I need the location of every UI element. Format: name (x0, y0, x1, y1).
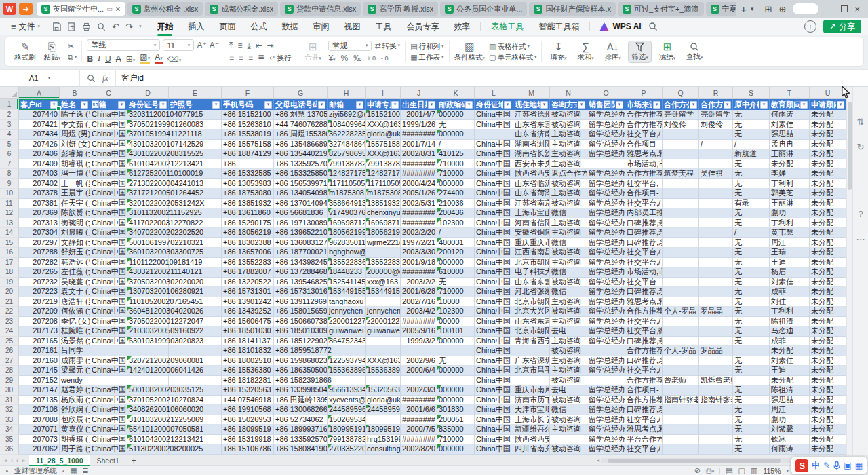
filter-dropdown-icon[interactable]: ▾ (540, 101, 548, 109)
cell-B33[interactable]: 包欣辰 (女 (60, 415, 90, 425)
cell-T9[interactable]: 丁利利 (770, 179, 810, 189)
column-header-D[interactable]: 身份证号▾ (127, 99, 169, 110)
cell-G22[interactable]: +86 1580156591 (274, 307, 328, 317)
cell-P5[interactable]: 合作项目- (625, 140, 663, 150)
decrease-font-icon[interactable]: A⁻ (210, 41, 219, 50)
cell-P14[interactable]: 口碑推荐,亲友 (625, 228, 663, 238)
cell-F25[interactable]: +86 18141137 (222, 337, 274, 347)
cell-D14[interactable]: 340702200202202520 (127, 228, 169, 238)
filter-dropdown-icon[interactable]: ▾ (81, 101, 88, 109)
cell-H21[interactable]: tanghaoxu (328, 297, 366, 307)
cell-K21[interactable]: 10000 (437, 297, 475, 307)
search-icon[interactable] (648, 22, 658, 31)
cell-H15[interactable]: 962835011 (328, 238, 366, 248)
cell-G29[interactable]: +86 1582391866 (274, 376, 328, 386)
cell-A11[interactable]: 207381 (19, 199, 60, 209)
cell-J11[interactable]: 2002/5/31 (401, 199, 437, 209)
cell-H9[interactable]: 117110505 (328, 179, 366, 189)
cell-T26[interactable]: 未分配 (770, 346, 810, 356)
filter-dropdown-icon[interactable]: ▾ (465, 101, 473, 109)
row-number-16[interactable]: 16 (0, 248, 19, 258)
cell-K27[interactable]: 无 (437, 356, 475, 366)
cell-H11[interactable]: 358664913 (328, 199, 366, 209)
print-preview-mini-icon[interactable]: ⎙▾ (706, 466, 714, 475)
cell-U4[interactable]: 未分配 (810, 130, 846, 140)
cell-N4[interactable]: 主动咨询 (550, 130, 587, 140)
cell-G4[interactable]: +86 周煜155380 (274, 130, 328, 140)
cell-R36[interactable] (699, 444, 733, 455)
cell-H35[interactable]: 799138782 (328, 435, 366, 445)
cell-M21[interactable]: 北京市朝阳 (513, 297, 550, 307)
cell-L25[interactable]: China中国 (475, 337, 513, 347)
cell-J16[interactable]: 2003/3/30 (401, 248, 437, 258)
cell-P23[interactable]: 社交平台,/ (625, 317, 663, 327)
cell-F21[interactable]: +86 13901242 (222, 297, 274, 307)
cell-H29[interactable] (328, 376, 366, 386)
cell-J14[interactable]: 2002/2/20 (401, 228, 437, 238)
cell-K18[interactable]: 610000 (437, 267, 475, 278)
row-number-7[interactable]: 7 (0, 159, 19, 170)
cell-J18[interactable]: ######## (401, 267, 437, 278)
docer-icon[interactable]: ➔ (19, 3, 33, 15)
cell-B29[interactable]: wendy (60, 376, 90, 386)
cell-P24[interactable]: 社交平台,微信 (625, 326, 663, 337)
rows-columns-button[interactable]: ▤行和列▾ (410, 42, 443, 50)
column-header-N[interactable]: 咨询方式▾ (550, 99, 587, 110)
cell-D22[interactable]: 360481200304020026 (127, 307, 169, 317)
cell-A36[interactable]: 207062 (19, 444, 60, 455)
cell-I2[interactable]: 151521001 (366, 110, 401, 120)
cell-B20[interactable]: 袁文于 (女 (60, 287, 90, 297)
cell-C12[interactable]: China中国 (90, 208, 127, 218)
column-letter-G[interactable]: G (274, 87, 328, 99)
filter-dropdown-icon[interactable]: ▾ (212, 101, 220, 109)
cell-Q27[interactable] (663, 356, 699, 366)
cell-K29[interactable] (437, 376, 475, 386)
cell-I5[interactable]: 155751588 (366, 140, 401, 150)
cell-C17[interactable]: China中国 (90, 258, 127, 268)
cell-P18[interactable]: 市场活动,市场 (625, 267, 663, 278)
menu-item-6[interactable]: 审阅 (305, 19, 336, 35)
cell-T16[interactable]: 王瑞 (770, 248, 810, 258)
cell-A22[interactable]: 207209 (19, 307, 60, 317)
cell-O9[interactable]: 留学总经办 (587, 179, 625, 189)
cell-M27[interactable]: 广东省深圳 (513, 356, 550, 366)
cell-K28[interactable]: 000000 (437, 366, 475, 376)
cell-C25[interactable]: China中国 (90, 337, 127, 347)
cell-A9[interactable]: 207402 (19, 179, 60, 189)
cell-L29[interactable]: China中国 (475, 376, 513, 386)
column-letter-C[interactable]: C (90, 87, 127, 99)
cell-A29[interactable]: 207152 (19, 376, 60, 386)
cell-O4[interactable]: 留学总经办 (587, 130, 625, 140)
cell-A25[interactable]: 207165 (19, 337, 60, 347)
cell-T19[interactable]: 刘素佳 (770, 278, 810, 288)
tab-list-caret-icon[interactable]: ▾ (751, 5, 754, 12)
cell-T20[interactable]: 成菲 (770, 287, 810, 297)
column-header-K[interactable]: 邮政编码▾ (437, 99, 475, 110)
cell-D6[interactable]: 430102200208315525 (127, 149, 169, 159)
column-header-O[interactable]: 销售团队▾ (587, 99, 625, 110)
paste-button[interactable]: ⎘ 粘贴▾ (41, 41, 64, 62)
cell-L20[interactable]: China中国 (475, 287, 513, 297)
cell-F6[interactable]: +86 18874129 (222, 149, 274, 159)
cell-F13[interactable]: +86 15290175 (222, 218, 274, 229)
cell-A24[interactable]: 207173 (19, 326, 60, 337)
cell-H17[interactable]: 135522836 (328, 258, 366, 268)
cell-F12[interactable]: +86 13611860 (222, 208, 274, 218)
cell-H13[interactable]: 169698712 (328, 218, 366, 229)
cell-L16[interactable]: China中国 (475, 248, 513, 258)
cell-N9[interactable]: 被动咨询 (550, 179, 587, 189)
cell-Q6[interactable] (663, 149, 699, 159)
cell-K15[interactable]: 400031 (437, 238, 475, 248)
cell-S14[interactable]: / (733, 228, 770, 238)
cell-U20[interactable]: 未分配 (810, 287, 846, 297)
row-number-32[interactable]: 32 (0, 405, 19, 415)
filter-dropdown-icon[interactable]: ▾ (837, 101, 844, 109)
cell-J29[interactable] (401, 376, 437, 386)
cell-B25[interactable]: 汤景然 (女 (60, 337, 90, 347)
cell-C14[interactable]: China中国 (90, 228, 127, 238)
cell-K11[interactable]: 210036 (437, 199, 475, 209)
cell-R27[interactable] (699, 356, 733, 366)
align-left-icon[interactable]: ≡ (229, 53, 234, 62)
cell-H8[interactable]: 124827175 (328, 169, 366, 179)
cell-D23[interactable]: 370502200012272047 (127, 317, 169, 327)
